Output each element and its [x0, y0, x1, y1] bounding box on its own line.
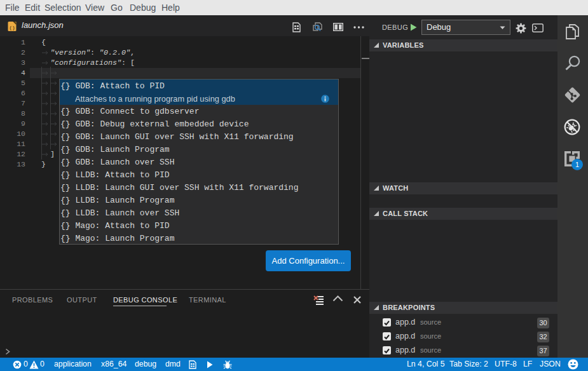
svg-text:(): () [9, 25, 15, 30]
